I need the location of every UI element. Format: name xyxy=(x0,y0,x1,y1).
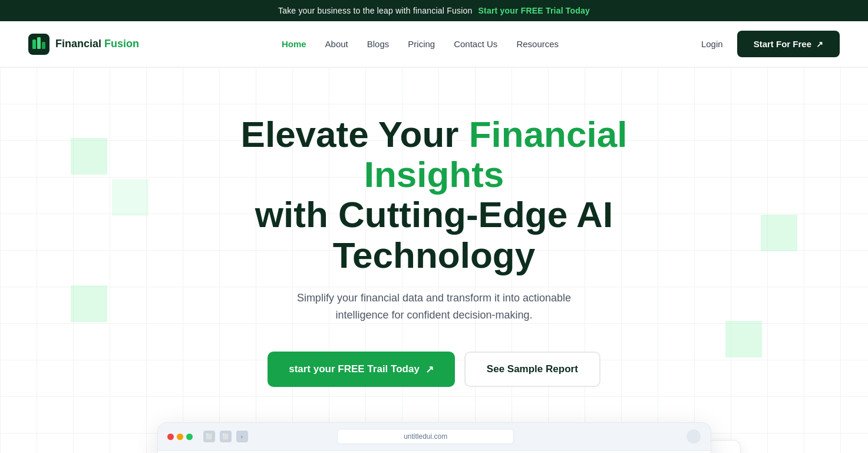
header: Financial Fusion Home About Blogs Pricin… xyxy=(0,21,868,67)
app-nav: Home Dashboard Projects Tasks Reporting … xyxy=(158,451,711,453)
trial-button[interactable]: start your FREE Trail Today ↗ xyxy=(268,352,455,387)
hero-content: Elevate Your Financial Insights with Cut… xyxy=(12,114,856,453)
arrow-icon: ↗ xyxy=(816,40,823,49)
svg-rect-3 xyxy=(42,42,45,49)
header-actions: Login Start For Free ↗ xyxy=(701,31,840,57)
mockup-section: ▶ Watch Full Demo ⬜ ⬜ › xyxy=(146,422,723,453)
back-button[interactable]: ⬜ xyxy=(203,431,215,442)
layout-button[interactable]: ⬜ xyxy=(220,431,232,442)
top-banner: Take your business to the leap with fina… xyxy=(0,0,868,21)
nav-about[interactable]: About xyxy=(325,39,348,49)
logo-icon xyxy=(28,34,49,55)
hero-buttons: start your FREE Trail Today ↗ See Sample… xyxy=(12,352,856,387)
browser-bar: ⬜ ⬜ › untitledui.com xyxy=(158,423,711,451)
main-nav: Home About Blogs Pricing Contact Us Reso… xyxy=(282,39,559,49)
hero-outer: Elevate Your Financial Insights with Cut… xyxy=(0,67,868,453)
url-bar[interactable]: untitledui.com xyxy=(337,429,514,444)
svg-rect-2 xyxy=(37,37,41,49)
nav-home[interactable]: Home xyxy=(282,39,306,49)
logo-text: Financial Fusion xyxy=(55,38,139,50)
nav-pricing[interactable]: Pricing xyxy=(408,39,435,49)
sample-report-button[interactable]: See Sample Report xyxy=(464,352,600,387)
login-button[interactable]: Login xyxy=(701,39,723,49)
forward-button[interactable]: › xyxy=(236,431,248,442)
maximize-dot xyxy=(186,434,193,440)
banner-cta[interactable]: Start your FREE Trial Today xyxy=(478,6,590,15)
logo[interactable]: Financial Fusion xyxy=(28,34,139,55)
nav-resources[interactable]: Resources xyxy=(516,39,559,49)
hero-subtitle: Simplify your financial data and transfo… xyxy=(269,290,599,324)
minimize-dot xyxy=(177,434,183,440)
browser-controls: ⬜ ⬜ › xyxy=(203,431,248,442)
arrow-icon: ↗ xyxy=(425,363,434,376)
nav-blogs[interactable]: Blogs xyxy=(367,39,390,49)
nav-contact[interactable]: Contact Us xyxy=(454,39,497,49)
start-free-button[interactable]: Start For Free ↗ xyxy=(737,31,840,57)
hero-section: Elevate Your Financial Insights with Cut… xyxy=(0,67,868,453)
banner-text: Take your business to the leap with fina… xyxy=(278,6,472,15)
close-dot xyxy=(167,434,174,440)
refresh-icon xyxy=(687,429,701,444)
app-mockup: ⬜ ⬜ › untitledui.com Home Dashboard Proj… xyxy=(157,422,711,453)
svg-rect-1 xyxy=(32,40,36,49)
browser-dots xyxy=(167,434,193,440)
hero-title: Elevate Your Financial Insights with Cut… xyxy=(169,114,699,275)
